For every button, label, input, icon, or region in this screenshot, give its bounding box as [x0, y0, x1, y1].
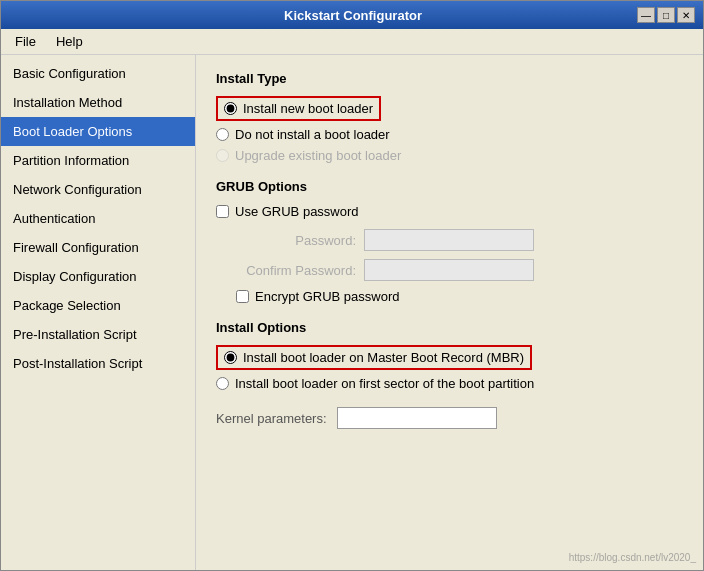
- grub-options-title: GRUB Options: [216, 179, 683, 194]
- sidebar-item-basic-config[interactable]: Basic Configuration: [1, 59, 195, 88]
- sidebar-item-package-selection[interactable]: Package Selection: [1, 291, 195, 320]
- radio-upgrade-label: Upgrade existing boot loader: [235, 148, 401, 163]
- radio-upgrade[interactable]: Upgrade existing boot loader: [216, 148, 683, 163]
- grub-options-section: GRUB Options Use GRUB password Password:…: [216, 179, 683, 304]
- install-options-title: Install Options: [216, 320, 683, 335]
- use-grub-password-option[interactable]: Use GRUB password: [216, 204, 683, 219]
- sidebar-item-firewall-config[interactable]: Firewall Configuration: [1, 233, 195, 262]
- radio-mbr-label: Install boot loader on Master Boot Recor…: [243, 350, 524, 365]
- kernel-params-input[interactable]: [337, 407, 497, 429]
- radio-no-install-label: Do not install a boot loader: [235, 127, 390, 142]
- kernel-params-row: Kernel parameters:: [216, 407, 683, 429]
- install-type-group: Install new boot loader Do not install a…: [216, 96, 683, 163]
- password-field-row: Password:: [216, 229, 683, 251]
- kernel-params-label: Kernel parameters:: [216, 411, 327, 426]
- window-title: Kickstart Configurator: [69, 8, 637, 23]
- install-options-section: Install Options Install boot loader on M…: [216, 320, 683, 429]
- menu-help[interactable]: Help: [50, 32, 89, 51]
- window-controls: — □ ✕: [637, 7, 695, 23]
- encrypt-grub-label: Encrypt GRUB password: [255, 289, 400, 304]
- sidebar-item-boot-loader[interactable]: Boot Loader Options: [1, 117, 195, 146]
- radio-install-new[interactable]: Install new boot loader: [216, 96, 381, 121]
- radio-upgrade-input[interactable]: [216, 149, 229, 162]
- sidebar-item-pre-install[interactable]: Pre-Installation Script: [1, 320, 195, 349]
- maximize-button[interactable]: □: [657, 7, 675, 23]
- sidebar-item-partition-info[interactable]: Partition Information: [1, 146, 195, 175]
- watermark: https://blog.csdn.net/lv2020_: [569, 552, 696, 563]
- password-label: Password:: [236, 233, 356, 248]
- radio-first-sector-label: Install boot loader on first sector of t…: [235, 376, 534, 391]
- title-bar: Kickstart Configurator — □ ✕: [1, 1, 703, 29]
- confirm-password-field-row: Confirm Password:: [216, 259, 683, 281]
- use-grub-password-label: Use GRUB password: [235, 204, 359, 219]
- sidebar-item-display-config[interactable]: Display Configuration: [1, 262, 195, 291]
- confirm-password-input[interactable]: [364, 259, 534, 281]
- encrypt-grub-checkbox[interactable]: [236, 290, 249, 303]
- password-input[interactable]: [364, 229, 534, 251]
- content-area: Basic Configuration Installation Method …: [1, 55, 703, 570]
- radio-no-install-input[interactable]: [216, 128, 229, 141]
- sidebar-item-authentication[interactable]: Authentication: [1, 204, 195, 233]
- radio-first-sector[interactable]: Install boot loader on first sector of t…: [216, 376, 683, 391]
- sidebar-item-network-config[interactable]: Network Configuration: [1, 175, 195, 204]
- install-options-group: Install boot loader on Master Boot Recor…: [216, 345, 683, 391]
- sidebar: Basic Configuration Installation Method …: [1, 55, 196, 570]
- encrypt-grub-option[interactable]: Encrypt GRUB password: [216, 289, 683, 304]
- radio-no-install[interactable]: Do not install a boot loader: [216, 127, 683, 142]
- minimize-button[interactable]: —: [637, 7, 655, 23]
- radio-first-sector-input[interactable]: [216, 377, 229, 390]
- install-type-title: Install Type: [216, 71, 683, 86]
- radio-install-new-input[interactable]: [224, 102, 237, 115]
- menubar: File Help: [1, 29, 703, 55]
- sidebar-item-post-install[interactable]: Post-Installation Script: [1, 349, 195, 378]
- close-button[interactable]: ✕: [677, 7, 695, 23]
- radio-mbr[interactable]: Install boot loader on Master Boot Recor…: [216, 345, 532, 370]
- main-panel: Install Type Install new boot loader Do …: [196, 55, 703, 570]
- confirm-password-label: Confirm Password:: [236, 263, 356, 278]
- radio-mbr-input[interactable]: [224, 351, 237, 364]
- sidebar-item-install-method[interactable]: Installation Method: [1, 88, 195, 117]
- radio-install-new-label: Install new boot loader: [243, 101, 373, 116]
- use-grub-password-checkbox[interactable]: [216, 205, 229, 218]
- menu-file[interactable]: File: [9, 32, 42, 51]
